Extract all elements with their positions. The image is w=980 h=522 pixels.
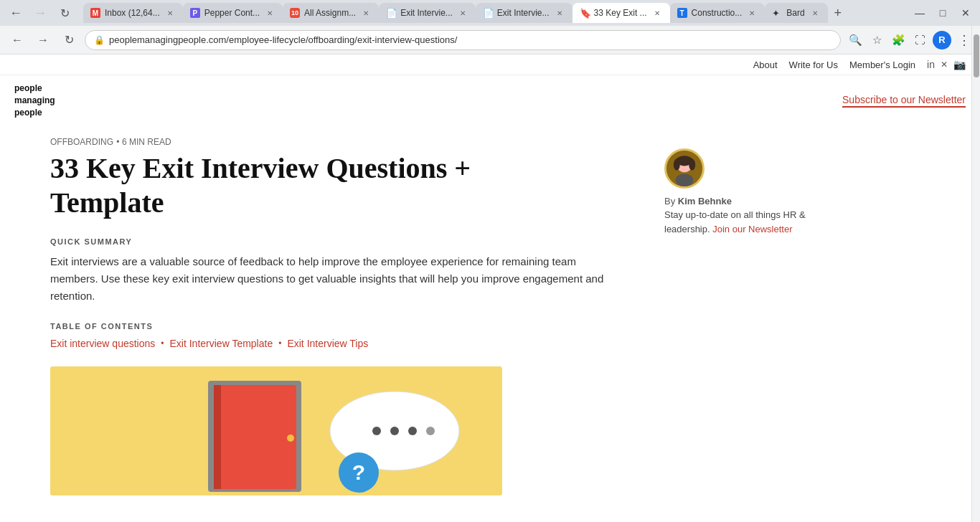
site-logo[interactable]: people managing people xyxy=(14,82,55,118)
quick-summary-label: QUICK SUMMARY xyxy=(50,237,617,246)
members-login-link[interactable]: Member's Login xyxy=(849,60,915,70)
tab-exit1[interactable]: 📄 Exit Intervie... ✕ xyxy=(379,3,476,23)
url-text: peoplemanagingpeople.com/employee-lifecy… xyxy=(109,34,831,45)
tab-assignments-title: All Assignm... xyxy=(304,8,356,18)
toc-dot-1: • xyxy=(161,338,164,348)
instagram-icon[interactable]: 📷 xyxy=(953,59,966,70)
page-area: About Write for Us Member's Login in ✕ 📷… xyxy=(0,54,980,522)
left-sidebar xyxy=(0,137,29,495)
tab-gmail[interactable]: M Inbox (12,64... ✕ xyxy=(83,3,183,23)
url-bar[interactable]: 🔒 peoplemanagingpeople.com/employee-life… xyxy=(85,30,841,50)
social-icons: in ✕ 📷 xyxy=(927,59,966,70)
33key-favicon: 🔖 xyxy=(580,8,590,18)
address-bar: ← → ↻ 🔒 peoplemanagingpeople.com/employe… xyxy=(0,26,980,54)
twitter-x-icon[interactable]: ✕ xyxy=(941,60,948,70)
tab-gmail-title: Inbox (12,64... xyxy=(105,8,160,18)
tab-assignments-close[interactable]: ✕ xyxy=(360,7,372,19)
tab-exit2-title: Exit Intervie... xyxy=(497,8,550,18)
author-card: By Kim Behnke Stay up-to-date on all thi… xyxy=(653,137,825,247)
author-by-label: By Kim Behnke xyxy=(664,196,732,207)
forward-button[interactable]: → xyxy=(30,3,50,23)
toc-label: TABLE OF CONTENTS xyxy=(50,322,617,331)
reload-button[interactable]: ↻ xyxy=(55,3,75,23)
tab-bard[interactable]: ✦ Bard ✕ xyxy=(765,3,827,23)
toc-link-questions[interactable]: Exit interview questions xyxy=(50,338,155,349)
maximize-button[interactable]: □ xyxy=(934,4,951,22)
close-button[interactable]: ✕ xyxy=(957,4,974,22)
about-link[interactable]: About xyxy=(753,60,778,70)
tab-33key-title: 33 Key Exit ... xyxy=(594,8,647,18)
tab-33key[interactable]: 🔖 33 Key Exit ... ✕ xyxy=(573,3,670,23)
read-time: 6 MIN READ xyxy=(122,137,171,147)
svg-point-7 xyxy=(372,427,381,435)
star-icon[interactable]: ☆ xyxy=(868,32,885,49)
tab-pepper[interactable]: P Pepper Cont... ✕ xyxy=(183,3,283,23)
svg-point-3 xyxy=(287,435,294,442)
secure-icon: 🔒 xyxy=(94,35,105,45)
tab-gmail-close[interactable]: ✕ xyxy=(164,7,176,19)
tab-bard-close[interactable]: ✕ xyxy=(809,7,821,19)
svg-point-8 xyxy=(390,427,399,435)
logo-subscribe-row: people managing people Subscribe to our … xyxy=(0,75,980,123)
window-controls: ← → ↻ xyxy=(6,3,75,23)
tab-assignments[interactable]: 10 All Assignm... ✕ xyxy=(283,3,379,23)
menu-button[interactable]: ⋮ xyxy=(956,32,973,49)
exit2-favicon: 📄 xyxy=(483,8,493,18)
tab-exit2[interactable]: 📄 Exit Intervie... ✕ xyxy=(476,3,573,23)
main-content: OFFBOARDING • 6 MIN READ 33 Key Exit Int… xyxy=(0,123,980,510)
tab-pepper-close[interactable]: ✕ xyxy=(264,7,275,19)
minimize-button[interactable]: — xyxy=(911,4,928,22)
pepper-favicon: P xyxy=(190,8,200,18)
tab-construction[interactable]: T Constructio... ✕ xyxy=(670,3,765,23)
tab-pepper-title: Pepper Cont... xyxy=(204,8,260,18)
toc-link-template[interactable]: Exit Interview Template xyxy=(170,338,273,349)
exit1-favicon: 📄 xyxy=(386,8,396,18)
article-category: OFFBOARDING • 6 MIN READ xyxy=(50,137,617,147)
author-name: Kim Behnke xyxy=(678,196,732,207)
cast-icon[interactable]: ⛶ xyxy=(911,32,928,49)
back-nav-button[interactable]: ← xyxy=(7,30,27,50)
tab-exit2-close[interactable]: ✕ xyxy=(554,7,565,19)
construction-favicon: T xyxy=(677,8,687,18)
reload-nav-button[interactable]: ↻ xyxy=(59,30,79,50)
separator: • xyxy=(116,137,122,147)
write-for-us-link[interactable]: Write for Us xyxy=(789,60,838,70)
quick-summary-text: Exit interviews are a valuable source of… xyxy=(50,253,617,305)
svg-point-17 xyxy=(689,159,695,171)
author-blurb: Stay up-to-date on all things HR & leade… xyxy=(664,208,814,236)
profile-button[interactable]: R xyxy=(933,31,951,49)
svg-rect-2 xyxy=(214,385,296,489)
gmail-favicon: M xyxy=(90,8,100,18)
svg-point-9 xyxy=(408,427,417,435)
tab-exit1-close[interactable]: ✕ xyxy=(457,7,468,19)
author-avatar xyxy=(664,148,705,189)
join-newsletter-link[interactable]: Join our Newsletter xyxy=(712,224,792,234)
linkedin-icon[interactable]: in xyxy=(927,59,935,70)
svg-text:?: ? xyxy=(352,460,365,484)
svg-point-18 xyxy=(676,174,694,187)
toc-link-tips[interactable]: Exit Interview Tips xyxy=(287,338,368,349)
new-tab-button[interactable]: + xyxy=(828,3,848,23)
address-bar-icons: 🔍 ☆ 🧩 ⛶ R ⋮ xyxy=(847,31,973,49)
assignments-favicon: 10 xyxy=(290,8,300,18)
tab-construction-close[interactable]: ✕ xyxy=(746,7,758,19)
article-title: 33 Key Exit Interview Questions + Templa… xyxy=(50,151,617,220)
svg-point-10 xyxy=(426,427,435,435)
subscribe-link[interactable]: Subscribe to our Newsletter xyxy=(842,94,966,108)
title-bar: ← → ↻ M Inbox (12,64... ✕ P Pepper Cont.… xyxy=(0,0,980,26)
back-button[interactable]: ← xyxy=(6,3,26,23)
search-icon[interactable]: 🔍 xyxy=(847,32,864,49)
tab-exit1-title: Exit Intervie... xyxy=(400,8,453,18)
extension-icon[interactable]: 🧩 xyxy=(890,32,907,49)
category-label[interactable]: OFFBOARDING xyxy=(50,137,113,147)
toc-links: Exit interview questions • Exit Intervie… xyxy=(50,338,617,349)
forward-nav-button[interactable]: → xyxy=(33,30,53,50)
hero-image: ? xyxy=(50,366,502,495)
tab-33key-close[interactable]: ✕ xyxy=(651,7,663,19)
scrollbar-thumb xyxy=(974,34,979,77)
tab-construction-title: Constructio... xyxy=(692,8,743,18)
toc-dot-2: • xyxy=(278,338,281,348)
svg-point-16 xyxy=(674,159,680,171)
scrollbar[interactable] xyxy=(971,26,980,522)
bard-favicon: ✦ xyxy=(772,8,782,18)
